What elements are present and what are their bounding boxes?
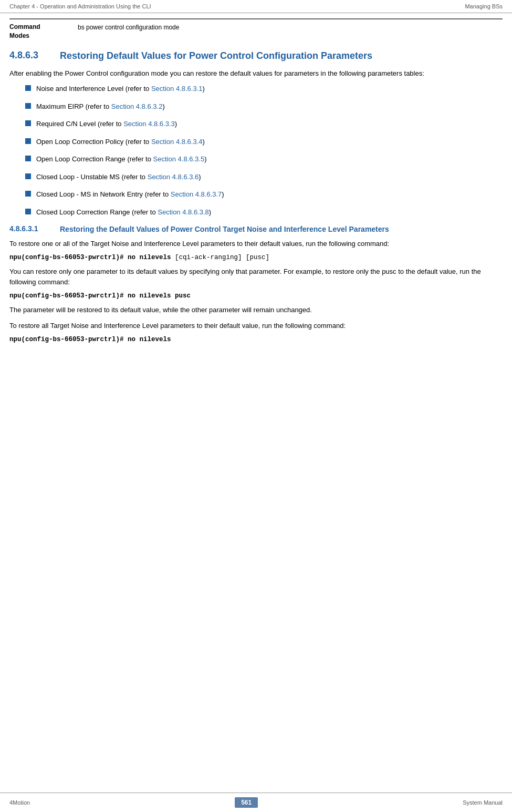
- section-4861-p1: To restore one or all of the Target Nois…: [9, 239, 503, 249]
- bullet-icon-7: [25, 209, 31, 214]
- bullet-link-5[interactable]: Section 4.8.6.3.6: [148, 173, 199, 181]
- section-4861-p3: The parameter will be restored to its de…: [9, 305, 503, 315]
- command-modes-label: CommandModes: [9, 23, 78, 40]
- bullet-link-1[interactable]: Section 4.8.6.3.2: [111, 102, 163, 110]
- bullet-link-2[interactable]: Section 4.8.6.3.3: [123, 120, 175, 128]
- command-modes-value: bs power control configuration mode: [78, 23, 503, 40]
- bullet-list: Noise and Interference Level (refer to S…: [25, 84, 503, 217]
- command-2: npu(config-bs-66053-pwrctrl)# no nilevel…: [9, 292, 503, 300]
- bullet-item-1: Maximum EIRP (refer to Section 4.8.6.3.2…: [25, 101, 503, 112]
- bullet-item-7: Closed Loop Correction Range (refer to S…: [25, 207, 503, 218]
- section-486-heading: 4.8.6.3 Restoring Default Values for Pow…: [9, 50, 503, 62]
- bullet-item-2: Required C/N Level (refer to Section 4.8…: [25, 119, 503, 129]
- section-486-title: Restoring Default Values for Power Contr…: [60, 50, 372, 62]
- bullet-text-7: Closed Loop Correction Range (refer to S…: [36, 207, 211, 218]
- bullet-link-0[interactable]: Section 4.8.6.3.1: [151, 85, 203, 92]
- section-486-number: 4.8.6.3: [9, 50, 51, 62]
- bullet-text-5: Closed Loop - Unstable MS (refer to Sect…: [36, 172, 201, 182]
- section-486-intro: After enabling the Power Control configu…: [9, 68, 503, 79]
- bullet-link-6[interactable]: Section 4.8.6.3.7: [171, 190, 222, 198]
- cmd1-normal: [cqi-ack-ranging] [pusc]: [171, 254, 270, 261]
- bullet-item-0: Noise and Interference Level (refer to S…: [25, 84, 503, 94]
- bullet-icon-4: [25, 156, 31, 161]
- section-4861-heading: 4.8.6.3.1 Restoring the Default Values o…: [9, 224, 503, 234]
- bullet-item-6: Closed Loop - MS in Network Entry (refer…: [25, 189, 503, 200]
- bullet-icon-0: [25, 85, 31, 91]
- bullet-item-4: Open Loop Correction Range (refer to Sec…: [25, 154, 503, 165]
- section-4861-p4: To restore all Target Noise and Interfer…: [9, 321, 503, 331]
- bullet-item-3: Open Loop Correction Policy (refer to Se…: [25, 137, 503, 147]
- cmd1-bold: npu(config-bs-66053-pwrctrl)# no nilevel…: [9, 254, 171, 261]
- bullet-text-2: Required C/N Level (refer to Section 4.8…: [36, 119, 177, 129]
- header-left: Chapter 4 - Operation and Administration…: [9, 3, 151, 9]
- section-4861-title: Restoring the Default Values of Power Co…: [60, 224, 389, 234]
- page-header: Chapter 4 - Operation and Administration…: [0, 0, 512, 13]
- bullet-icon-5: [25, 173, 31, 179]
- bullet-icon-2: [25, 120, 31, 126]
- command-3: npu(config-bs-66053-pwrctrl)# no nilevel…: [9, 336, 503, 343]
- page-footer: 4Motion 561 System Manual: [0, 793, 512, 812]
- bullet-icon-1: [25, 103, 31, 109]
- bullet-text-0: Noise and Interference Level (refer to S…: [36, 84, 205, 94]
- bullet-text-3: Open Loop Correction Policy (refer to Se…: [36, 137, 205, 147]
- command-1: npu(config-bs-66053-pwrctrl)# no nilevel…: [9, 254, 503, 261]
- bullet-text-6: Closed Loop - MS in Network Entry (refer…: [36, 189, 224, 200]
- command-modes-row: CommandModes bs power control configurat…: [9, 18, 503, 40]
- bullet-text-4: Open Loop Correction Range (refer to Sec…: [36, 154, 207, 165]
- bullet-link-7[interactable]: Section 4.8.6.3.8: [158, 208, 209, 216]
- footer-page-number: 561: [235, 797, 258, 808]
- section-4861-p2: You can restore only one parameter to it…: [9, 266, 503, 287]
- bullet-icon-6: [25, 191, 31, 197]
- bullet-text-1: Maximum EIRP (refer to Section 4.8.6.3.2…: [36, 101, 165, 112]
- bullet-link-4[interactable]: Section 4.8.6.3.5: [153, 155, 205, 163]
- bullet-item-5: Closed Loop - Unstable MS (refer to Sect…: [25, 172, 503, 182]
- content-area: CommandModes bs power control configurat…: [0, 13, 512, 380]
- bullet-link-3[interactable]: Section 4.8.6.3.4: [151, 138, 203, 146]
- header-right: Managing BSs: [465, 3, 503, 9]
- footer-right: System Manual: [463, 799, 503, 806]
- section-4861-number: 4.8.6.3.1: [9, 224, 51, 234]
- bullet-icon-3: [25, 138, 31, 144]
- footer-left: 4Motion: [9, 799, 30, 806]
